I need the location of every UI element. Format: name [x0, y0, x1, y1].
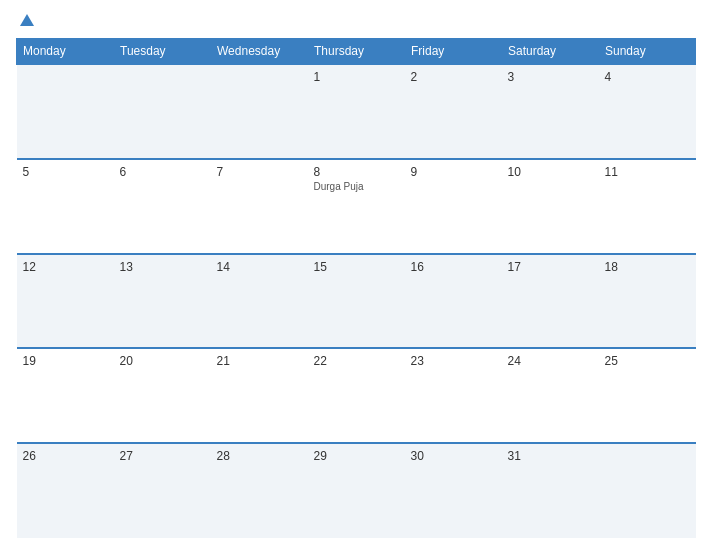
calendar-cell: 13 — [114, 254, 211, 349]
calendar-cell: 30 — [405, 443, 502, 538]
day-number: 13 — [120, 260, 205, 274]
calendar-week-row: 262728293031 — [17, 443, 696, 538]
calendar-cell: 28 — [211, 443, 308, 538]
calendar-cell: 18 — [599, 254, 696, 349]
day-number: 11 — [605, 165, 690, 179]
calendar-week-row: 1234 — [17, 64, 696, 159]
day-number: 14 — [217, 260, 302, 274]
day-number: 24 — [508, 354, 593, 368]
day-number: 12 — [23, 260, 108, 274]
day-number: 27 — [120, 449, 205, 463]
calendar-cell — [17, 64, 114, 159]
calendar-cell: 24 — [502, 348, 599, 443]
calendar-week-row: 12131415161718 — [17, 254, 696, 349]
calendar-cell: 22 — [308, 348, 405, 443]
weekday-header-thursday: Thursday — [308, 39, 405, 65]
day-number: 10 — [508, 165, 593, 179]
calendar-cell: 1 — [308, 64, 405, 159]
day-number: 5 — [23, 165, 108, 179]
calendar-cell: 9 — [405, 159, 502, 254]
calendar-cell — [114, 64, 211, 159]
day-number: 18 — [605, 260, 690, 274]
day-number: 7 — [217, 165, 302, 179]
weekday-header-tuesday: Tuesday — [114, 39, 211, 65]
logo — [16, 12, 38, 30]
header — [16, 12, 696, 30]
calendar-cell: 25 — [599, 348, 696, 443]
calendar-cell: 5 — [17, 159, 114, 254]
event-label: Durga Puja — [314, 181, 399, 192]
day-number: 26 — [23, 449, 108, 463]
calendar-cell: 29 — [308, 443, 405, 538]
day-number: 15 — [314, 260, 399, 274]
day-number: 17 — [508, 260, 593, 274]
calendar-cell: 2 — [405, 64, 502, 159]
calendar-week-row: 19202122232425 — [17, 348, 696, 443]
calendar-cell: 6 — [114, 159, 211, 254]
logo-triangle-icon — [20, 14, 34, 26]
calendar-cell: 14 — [211, 254, 308, 349]
day-number: 1 — [314, 70, 399, 84]
calendar-cell: 26 — [17, 443, 114, 538]
day-number: 22 — [314, 354, 399, 368]
calendar-cell: 7 — [211, 159, 308, 254]
calendar-cell — [599, 443, 696, 538]
calendar-cell: 12 — [17, 254, 114, 349]
calendar-page: MondayTuesdayWednesdayThursdayFridaySatu… — [0, 0, 712, 550]
day-number: 8 — [314, 165, 399, 179]
day-number: 3 — [508, 70, 593, 84]
day-number: 4 — [605, 70, 690, 84]
calendar-cell: 11 — [599, 159, 696, 254]
day-number: 30 — [411, 449, 496, 463]
calendar-cell: 8Durga Puja — [308, 159, 405, 254]
day-number: 29 — [314, 449, 399, 463]
calendar-cell: 16 — [405, 254, 502, 349]
calendar-cell: 19 — [17, 348, 114, 443]
calendar-cell: 20 — [114, 348, 211, 443]
day-number: 6 — [120, 165, 205, 179]
weekday-header-monday: Monday — [17, 39, 114, 65]
calendar-cell: 17 — [502, 254, 599, 349]
day-number: 31 — [508, 449, 593, 463]
day-number: 25 — [605, 354, 690, 368]
calendar-cell: 3 — [502, 64, 599, 159]
calendar-cell — [211, 64, 308, 159]
calendar-cell: 10 — [502, 159, 599, 254]
calendar-week-row: 5678Durga Puja91011 — [17, 159, 696, 254]
day-number: 28 — [217, 449, 302, 463]
calendar-cell: 27 — [114, 443, 211, 538]
day-number: 9 — [411, 165, 496, 179]
calendar-cell: 23 — [405, 348, 502, 443]
weekday-header-friday: Friday — [405, 39, 502, 65]
weekday-header-sunday: Sunday — [599, 39, 696, 65]
calendar-table: MondayTuesdayWednesdayThursdayFridaySatu… — [16, 38, 696, 538]
day-number: 16 — [411, 260, 496, 274]
weekday-header-row: MondayTuesdayWednesdayThursdayFridaySatu… — [17, 39, 696, 65]
calendar-cell: 15 — [308, 254, 405, 349]
day-number: 19 — [23, 354, 108, 368]
day-number: 23 — [411, 354, 496, 368]
calendar-cell: 21 — [211, 348, 308, 443]
calendar-cell: 4 — [599, 64, 696, 159]
weekday-header-saturday: Saturday — [502, 39, 599, 65]
day-number: 21 — [217, 354, 302, 368]
day-number: 2 — [411, 70, 496, 84]
calendar-cell: 31 — [502, 443, 599, 538]
day-number: 20 — [120, 354, 205, 368]
weekday-header-wednesday: Wednesday — [211, 39, 308, 65]
